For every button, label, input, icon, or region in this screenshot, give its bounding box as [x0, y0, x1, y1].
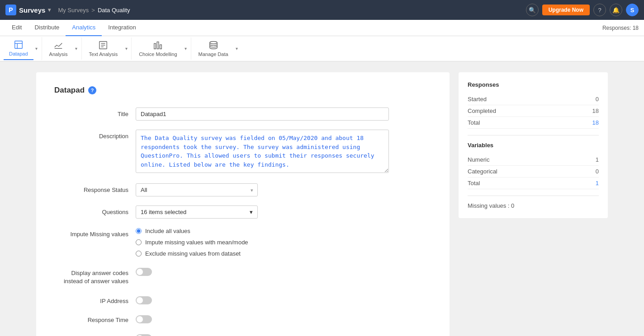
impute-option-exclude[interactable]: Exclude missing values from dataset [136, 250, 389, 257]
description-label: Description [54, 130, 136, 140]
search-icon[interactable]: 🔍 [526, 4, 539, 16]
toolbar-group-text-analysis: Text Analysis ▾ [84, 37, 132, 60]
completed-value: 18 [592, 107, 599, 114]
impute-label: Impute Missing values [54, 228, 136, 238]
title-label: Title [54, 107, 136, 117]
response-time-toggle[interactable] [136, 315, 152, 323]
help-icon[interactable]: ? [593, 4, 606, 16]
started-label: Started [468, 96, 487, 103]
panel-divider-1 [468, 135, 599, 135]
svg-rect-0 [15, 41, 23, 49]
categorical-value: 0 [596, 168, 599, 175]
ip-address-row: IP Address [54, 294, 431, 304]
custom-variables-row: Custom variables [54, 332, 431, 336]
custom-variables-toggle[interactable] [136, 334, 152, 336]
impute-option-include[interactable]: Include all values [136, 228, 389, 234]
top-bar: P Surveys ▾ My Surveys > Data Quality 🔍 … [0, 0, 644, 20]
impute-control: Include all values Impute missing values… [136, 228, 389, 257]
display-codes-control [136, 266, 389, 276]
toolbar-item-analysis[interactable]: Analysis [44, 37, 73, 60]
help-tooltip-icon[interactable]: ? [88, 86, 96, 94]
responses-total-value: 18 [592, 119, 599, 126]
questions-value: 16 items selected [141, 209, 186, 215]
toolbar-dropdown-analysis[interactable]: ▾ [73, 46, 80, 52]
breadcrumb-surveys[interactable]: My Surveys [58, 7, 89, 14]
ip-address-label: IP Address [54, 294, 136, 304]
response-status-label: Response Status [54, 183, 136, 193]
description-textarea[interactable]: The Data Quality survey was fielded on 0… [136, 130, 389, 173]
title-control [136, 107, 389, 121]
response-status-select[interactable]: All Completed Started [136, 183, 258, 196]
responses-total-row: Total 18 [468, 117, 599, 129]
completed-label: Completed [468, 107, 496, 114]
variables-categorical-row: Categorical 0 [468, 166, 599, 177]
app-name: Surveys [19, 6, 45, 14]
title-row: Title [54, 107, 431, 121]
impute-radio-exclude[interactable] [136, 251, 142, 257]
variables-numeric-row: Numeric 1 [468, 154, 599, 166]
display-codes-toggle[interactable] [136, 268, 152, 276]
responses-section-title: Responses [468, 81, 599, 88]
variables-total-row: Total 1 [468, 177, 599, 189]
responses-completed-row: Completed 18 [468, 105, 599, 117]
nav-item-distribute[interactable]: Distribute [28, 20, 66, 36]
toolbar-dropdown-manage-data[interactable]: ▾ [234, 46, 240, 52]
display-codes-row: Display answer codes instead of answer v… [54, 266, 431, 285]
impute-option-mean[interactable]: Impute missing values with mean/mode [136, 239, 389, 246]
analytics-toolbar: Datapad ▾ Analysis ▾ Text Analysis ▾ [0, 36, 644, 61]
toolbar-group-datapad: Datapad ▾ [4, 37, 42, 60]
description-control: The Data Quality survey was fielded on 0… [136, 130, 389, 174]
variables-section-title: Variables [468, 142, 599, 149]
toolbar-item-manage-data[interactable]: Manage Data [193, 37, 234, 60]
display-codes-label: Display answer codes instead of answer v… [54, 266, 136, 285]
responses-count-badge: Responses: 18 [602, 25, 639, 31]
upgrade-button[interactable]: Upgrade Now [542, 5, 590, 15]
description-row: Description The Data Quality survey was … [54, 130, 431, 174]
nav-item-edit[interactable]: Edit [5, 20, 28, 36]
toolbar-group-choice-modelling: Choice Modelling ▾ [133, 37, 191, 60]
datapad-form: Datapad ? Title Description The Data Qua… [36, 72, 450, 336]
toolbar-group-manage-data: Manage Data ▾ [193, 37, 242, 60]
toolbar-label-text-analysis: Text Analysis [89, 51, 118, 57]
responses-total-label: Total [468, 119, 480, 126]
response-time-label: Response Time [54, 313, 136, 323]
toolbar-item-text-analysis[interactable]: Text Analysis [84, 37, 123, 60]
svg-rect-8 [154, 43, 156, 49]
nav-item-analytics[interactable]: Analytics [66, 20, 102, 36]
impute-radio-mean[interactable] [136, 239, 142, 245]
svg-rect-10 [160, 45, 162, 49]
breadcrumb: My Surveys > Data Quality [58, 7, 526, 14]
toolbar-dropdown-datapad[interactable]: ▾ [33, 46, 40, 52]
response-time-control [136, 313, 389, 323]
app-logo[interactable]: P Surveys ▾ [5, 5, 51, 15]
ip-address-toggle[interactable] [136, 296, 152, 304]
impute-radio-group: Include all values Impute missing values… [136, 228, 389, 257]
svg-rect-9 [157, 42, 159, 49]
impute-radio-include[interactable] [136, 228, 142, 234]
toolbar-dropdown-text-analysis[interactable]: ▾ [123, 46, 129, 52]
form-title: Datapad ? [54, 86, 431, 95]
toolbar-item-datapad[interactable]: Datapad [4, 37, 33, 60]
notifications-icon[interactable]: 🔔 [610, 4, 622, 16]
logo-letter: P [5, 5, 16, 15]
secondary-nav: Edit Distribute Analytics Integration Re… [0, 20, 644, 36]
missing-values-text: Missing values : 0 [468, 202, 599, 209]
response-status-row: Response Status All Completed Started ▾ [54, 183, 431, 196]
title-input[interactable] [136, 107, 389, 121]
ip-address-control [136, 294, 389, 304]
toolbar-dropdown-choice-modelling[interactable]: ▾ [183, 46, 189, 52]
breadcrumb-current: Data Quality [98, 7, 130, 14]
toolbar-item-choice-modelling[interactable]: Choice Modelling [133, 37, 182, 60]
toolbar-label-choice-modelling: Choice Modelling [139, 51, 177, 57]
started-value: 0 [596, 96, 599, 103]
top-bar-actions: 🔍 Upgrade Now ? 🔔 S [526, 4, 639, 16]
breadcrumb-separator: > [91, 7, 95, 14]
numeric-label: Numeric [468, 156, 489, 163]
questions-dropdown[interactable]: 16 items selected ▾ [136, 205, 258, 219]
responses-started-row: Started 0 [468, 93, 599, 105]
impute-row: Impute Missing values Include all values… [54, 228, 431, 257]
nav-item-integration[interactable]: Integration [102, 20, 142, 36]
variables-total-value: 1 [596, 180, 599, 187]
questions-row: Questions 16 items selected ▾ [54, 205, 431, 219]
user-avatar[interactable]: S [626, 4, 639, 16]
